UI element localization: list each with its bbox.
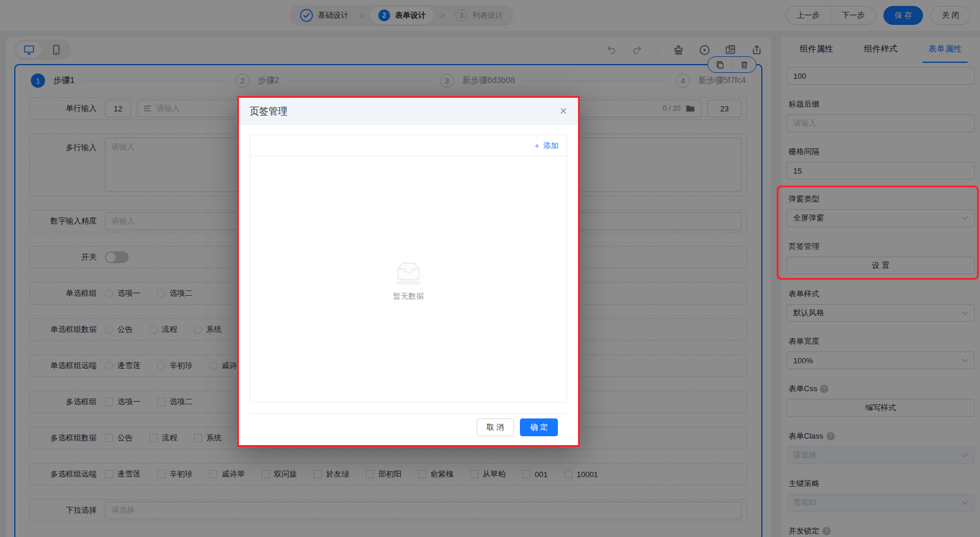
dialog-header: 页签管理 ✕ bbox=[239, 98, 578, 125]
tab-list-panel: ＋ 添加 暂无数据 bbox=[250, 135, 567, 402]
dialog-body: ＋ 添加 暂无数据 取 消 确 定 bbox=[239, 125, 578, 445]
add-tab-link[interactable]: ＋ 添加 bbox=[533, 140, 558, 151]
empty-state: 暂无数据 bbox=[250, 156, 567, 402]
screen: 基础设计 > 2 表单设计 > 3 列表设计 上一步 下一步 保 存 关 闭 bbox=[0, 0, 980, 537]
add-label: 添加 bbox=[543, 140, 558, 151]
cancel-button[interactable]: 取 消 bbox=[477, 418, 515, 436]
empty-box-icon bbox=[390, 257, 427, 286]
close-icon[interactable]: ✕ bbox=[560, 107, 567, 116]
add-row: ＋ 添加 bbox=[250, 135, 567, 156]
dialog-footer: 取 消 确 定 bbox=[250, 413, 567, 440]
dialog-title: 页签管理 bbox=[250, 106, 288, 118]
empty-text: 暂无数据 bbox=[393, 291, 424, 302]
confirm-button[interactable]: 确 定 bbox=[520, 418, 558, 436]
plus-icon: ＋ bbox=[533, 140, 541, 151]
tab-management-dialog: 页签管理 ✕ ＋ 添加 bbox=[237, 96, 580, 447]
